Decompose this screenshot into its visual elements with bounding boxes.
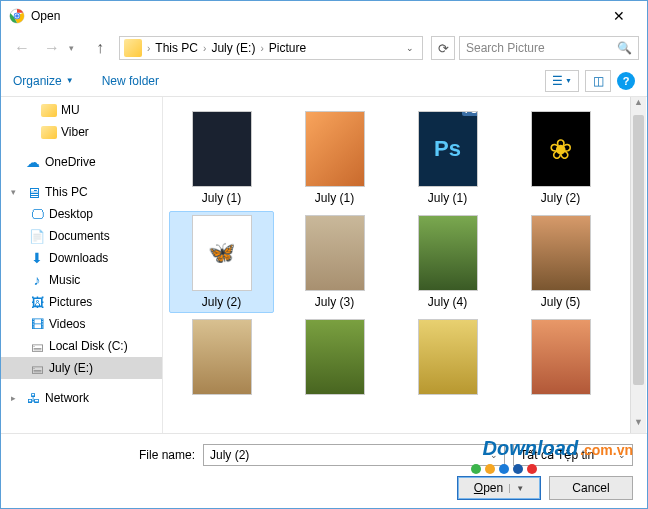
filename-input[interactable]: July (2) ⌄: [203, 444, 505, 466]
svg-point-4: [15, 14, 19, 18]
sidebar: MUViber☁OneDrive▾🖥This PC🖵Desktop📄Docume…: [1, 97, 163, 433]
breadcrumb[interactable]: Picture: [267, 41, 308, 55]
recent-locations-button[interactable]: ▾: [69, 43, 83, 53]
expand-icon[interactable]: ▸: [11, 393, 21, 403]
chevron-right-icon[interactable]: ›: [146, 43, 151, 54]
file-thumbnail[interactable]: July (3): [282, 211, 387, 313]
chevron-right-icon[interactable]: ›: [202, 43, 207, 54]
preview-pane-button[interactable]: ◫: [585, 70, 611, 92]
search-placeholder: Search Picture: [466, 41, 545, 55]
file-thumbnail[interactable]: PSDPsJuly (1): [395, 107, 500, 209]
new-folder-button[interactable]: New folder: [102, 74, 159, 88]
file-thumbnail[interactable]: July (4): [395, 211, 500, 313]
pics-icon: 🖼: [29, 294, 45, 310]
scroll-up-button[interactable]: ▲: [631, 97, 646, 113]
file-thumbnail[interactable]: July (2): [508, 107, 613, 209]
bottom-panel: File name: July (2) ⌄ Tất cả Tệp tin ⌄ O…: [1, 433, 647, 509]
sidebar-item-july-e-[interactable]: 🖴July (E:): [1, 357, 162, 379]
file-thumbnail[interactable]: [508, 315, 613, 403]
thumbnail-image: [531, 111, 591, 187]
toolbar: Organize ▼ New folder ☰ ▼ ◫ ?: [1, 65, 647, 97]
chevron-down-icon[interactable]: ⌄: [490, 450, 498, 460]
folder-icon: [41, 102, 57, 118]
sidebar-item-label: Videos: [49, 317, 85, 331]
search-input[interactable]: Search Picture 🔍: [459, 36, 639, 60]
sidebar-item-viber[interactable]: Viber: [1, 121, 162, 143]
address-dropdown[interactable]: ⌄: [402, 43, 418, 53]
navbar: ← → ▾ ↑ › This PC › July (E:) › Picture …: [1, 31, 647, 65]
change-view-button[interactable]: ☰ ▼: [545, 70, 579, 92]
cancel-button[interactable]: Cancel: [549, 476, 633, 500]
onedrive-icon: ☁: [25, 154, 41, 170]
file-thumbnail[interactable]: 🦋July (2): [169, 211, 274, 313]
sidebar-item-downloads[interactable]: ⬇Downloads: [1, 247, 162, 269]
scroll-down-button[interactable]: ▼: [631, 417, 646, 433]
breadcrumb[interactable]: This PC: [153, 41, 200, 55]
thispc-icon: 🖥: [25, 184, 41, 200]
sidebar-item-music[interactable]: ♪Music: [1, 269, 162, 291]
thumbnail-image: [531, 319, 591, 395]
open-split-dropdown[interactable]: ▼: [509, 484, 524, 493]
file-thumbnail[interactable]: July (1): [169, 107, 274, 209]
sidebar-item-network[interactable]: ▸🖧Network: [1, 387, 162, 409]
thumbnail-image: [531, 215, 591, 291]
chevron-down-icon[interactable]: ⌄: [618, 450, 626, 460]
disk-icon: 🖴: [29, 360, 45, 376]
thumbnail-image: [305, 111, 365, 187]
file-label: July (5): [541, 295, 580, 309]
file-thumbnail[interactable]: [169, 315, 274, 403]
main-area: MUViber☁OneDrive▾🖥This PC🖵Desktop📄Docume…: [1, 97, 647, 433]
forward-button[interactable]: →: [39, 35, 65, 61]
refresh-button[interactable]: ⟳: [431, 36, 455, 60]
sidebar-item-onedrive[interactable]: ☁OneDrive: [1, 151, 162, 173]
file-thumbnail[interactable]: [282, 315, 387, 403]
thumbnail-image: PSDPs: [418, 111, 478, 187]
expand-icon[interactable]: ▾: [11, 187, 21, 197]
sidebar-item-label: Documents: [49, 229, 110, 243]
desktop-icon: 🖵: [29, 206, 45, 222]
organize-button[interactable]: Organize ▼: [13, 74, 74, 88]
down-icon: ⬇: [29, 250, 45, 266]
scroll-thumb[interactable]: [633, 115, 644, 385]
sidebar-item-label: Pictures: [49, 295, 92, 309]
sidebar-item-label: Music: [49, 273, 80, 287]
close-button[interactable]: ✕: [599, 8, 639, 24]
sidebar-item-label: OneDrive: [45, 155, 96, 169]
titlebar: Open ✕: [1, 1, 647, 31]
chrome-icon: [9, 8, 25, 24]
sidebar-item-pictures[interactable]: 🖼Pictures: [1, 291, 162, 313]
address-bar[interactable]: › This PC › July (E:) › Picture ⌄: [119, 36, 423, 60]
file-label: July (1): [315, 191, 354, 205]
sidebar-item-label: This PC: [45, 185, 88, 199]
filetype-select[interactable]: Tất cả Tệp tin ⌄: [513, 444, 633, 466]
file-thumbnail[interactable]: July (1): [282, 107, 387, 209]
sidebar-item-desktop[interactable]: 🖵Desktop: [1, 203, 162, 225]
sidebar-item-label: MU: [61, 103, 80, 117]
thumbnail-image: [418, 215, 478, 291]
file-grid[interactable]: July (1)July (1)PSDPsJuly (1)July (2)🦋Ju…: [163, 97, 647, 433]
net-icon: 🖧: [25, 390, 41, 406]
sidebar-item-mu[interactable]: MU: [1, 99, 162, 121]
sidebar-item-label: Local Disk (C:): [49, 339, 128, 353]
window-title: Open: [31, 9, 599, 23]
sidebar-item-local-disk-c-[interactable]: 🖴Local Disk (C:): [1, 335, 162, 357]
thumbnail-image: [192, 319, 252, 395]
file-thumbnail[interactable]: July (5): [508, 211, 613, 313]
chevron-right-icon[interactable]: ›: [259, 43, 264, 54]
up-button[interactable]: ↑: [89, 35, 111, 61]
chevron-down-icon: ▼: [66, 76, 74, 85]
sidebar-item-videos[interactable]: 🎞Videos: [1, 313, 162, 335]
help-button[interactable]: ?: [617, 72, 635, 90]
thumbnail-image: 🦋: [192, 215, 252, 291]
sidebar-item-documents[interactable]: 📄Documents: [1, 225, 162, 247]
thumbnail-image: [192, 111, 252, 187]
scrollbar[interactable]: ▲ ▼: [630, 97, 646, 433]
open-button[interactable]: Open ▼: [457, 476, 541, 500]
file-label: July (3): [315, 295, 354, 309]
sidebar-item-this-pc[interactable]: ▾🖥This PC: [1, 181, 162, 203]
breadcrumb[interactable]: July (E:): [209, 41, 257, 55]
back-button[interactable]: ←: [9, 35, 35, 61]
file-thumbnail[interactable]: [395, 315, 500, 403]
folder-icon: [124, 39, 142, 57]
docs-icon: 📄: [29, 228, 45, 244]
